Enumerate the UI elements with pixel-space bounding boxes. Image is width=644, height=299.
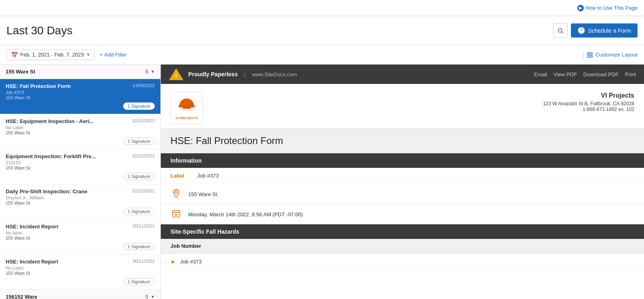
customize-layout-label: Customize Layout xyxy=(596,52,638,58)
item-date: 30/11/2021 xyxy=(133,259,155,263)
item-title: Daily Pre-Shift Inspection: Crane xyxy=(6,188,87,194)
page-title: Last 30 Days xyxy=(6,24,72,37)
list-item[interactable]: HSE: Fall Protection Form 14/03/2022 Job… xyxy=(0,79,160,114)
svg-text:!: ! xyxy=(175,73,177,79)
view-pdf-action[interactable]: View PDF xyxy=(554,71,577,77)
item-title: HSE: Equipment Inspection - Aeri... xyxy=(6,118,94,124)
datetime-value: Monday, March 14th 2022, 8:56 AM (PDT -0… xyxy=(188,211,303,217)
company-address: 123 W Alvarado St B, Fallbrook, CA 92028 xyxy=(543,101,634,107)
chevron-right-icon: ► xyxy=(170,258,176,265)
warning-triangle-icon: ! xyxy=(169,68,183,81)
svg-rect-9 xyxy=(179,105,195,107)
filter-left: 📅 Feb. 1, 2021 - Feb. 7, 2023 ▼ + Add Fi… xyxy=(6,50,127,60)
item-date: 02/12/2021 xyxy=(133,153,155,158)
item-date: 14/03/2022 xyxy=(133,83,155,88)
item-title: HSE: Incident Report xyxy=(6,259,58,265)
header-row: Last 30 Days 🕐 Schedule a Form xyxy=(0,16,644,45)
list-item[interactable]: HSE: Incident Report 30/11/2021 No label… xyxy=(0,220,160,255)
search-button[interactable] xyxy=(553,23,568,38)
location-count: 5 ▼ xyxy=(145,294,155,299)
location-value: 155 Ware St xyxy=(188,191,217,197)
list-item[interactable]: HSE: Equipment Inspection - Aeri... 02/1… xyxy=(0,114,160,149)
layout-icon xyxy=(587,52,593,58)
signature-badge: 1 Signature xyxy=(123,173,155,180)
print-action[interactable]: Print xyxy=(625,71,636,77)
top-bar: ▶ How to Use This Page xyxy=(0,0,644,16)
email-action[interactable]: Email xyxy=(534,71,547,77)
brand-label: Proudly Paperless xyxy=(188,71,238,77)
company-logo: VI PROJECTS xyxy=(170,92,203,124)
signature-badge: 1 Signature xyxy=(123,102,155,110)
svg-rect-10 xyxy=(183,107,191,109)
item-location: 155 Ware St xyxy=(6,201,155,205)
left-panel: 155 Ware St 6 ▼ HSE: Fall Protection For… xyxy=(0,65,161,299)
item-sub: No Label xyxy=(6,125,155,130)
svg-point-12 xyxy=(176,192,177,193)
form-title-section: HSE: Fall Protection Form xyxy=(161,128,644,153)
item-sub: No Label xyxy=(6,266,155,270)
signature-badge: 1 Signature xyxy=(123,138,155,145)
svg-rect-3 xyxy=(590,52,592,54)
item-date: 30/11/2021 xyxy=(133,224,155,228)
how-to-use-link[interactable]: ▶ How to Use This Page xyxy=(577,5,638,11)
calendar-icon: 📅 xyxy=(11,52,18,58)
list-item[interactable]: Equipment Inspection: Forklift Pre... 02… xyxy=(0,149,160,184)
hard-hat-icon xyxy=(177,97,196,115)
schedule-form-button[interactable]: 🕐 Schedule a Form xyxy=(571,23,638,38)
svg-text:26: 26 xyxy=(175,213,178,216)
chevron-icon: ▼ xyxy=(151,69,155,74)
info-row-location: 155 Ware St xyxy=(161,184,644,205)
how-to-use-label: How to Use This Page xyxy=(585,5,638,11)
item-location: 155 Ware St xyxy=(6,95,155,100)
main-content: 155 Ware St 6 ▼ HSE: Fall Protection For… xyxy=(0,65,644,299)
add-filter-button[interactable]: + Add Filter xyxy=(99,52,126,58)
location-header-155-ware-st[interactable]: 155 Ware St 6 ▼ xyxy=(0,65,160,79)
item-sub: Job #373 xyxy=(6,90,155,95)
item-title: HSE: Fall Protection Form xyxy=(6,83,71,89)
item-date: 02/12/2021 xyxy=(133,118,155,123)
date-range-filter[interactable]: 📅 Feb. 1, 2021 - Feb. 7, 2023 ▼ xyxy=(6,50,95,60)
svg-rect-5 xyxy=(590,55,592,57)
calendar-date-icon: 26 xyxy=(170,209,182,219)
location-name: 156152 Ware xyxy=(6,294,37,299)
customize-layout-button[interactable]: Customize Layout xyxy=(587,52,638,58)
item-date: 02/12/2021 xyxy=(133,188,155,193)
pipe-divider: | xyxy=(244,71,245,77)
section-header-fall-hazards: Site-Specific Fall Hazards xyxy=(161,224,644,239)
info-icon: ▶ xyxy=(577,5,584,11)
chevron-down-icon: ▼ xyxy=(86,52,90,57)
subsection-header-job-number: Job Number xyxy=(161,239,644,253)
item-sub: 210123 xyxy=(6,160,155,165)
search-icon xyxy=(557,27,564,34)
svg-rect-2 xyxy=(587,52,589,54)
info-row-label: Label Job #373 xyxy=(161,168,644,184)
download-pdf-action[interactable]: Download PDF xyxy=(583,71,619,77)
location-count: 6 ▼ xyxy=(145,69,155,75)
website-url: www.SiteDocs.com xyxy=(252,71,297,77)
item-title: Equipment Inspection: Forklift Pre... xyxy=(6,153,96,159)
add-filter-label: Add Filter xyxy=(104,52,127,58)
item-title: HSE: Incident Report xyxy=(6,224,58,230)
list-item[interactable]: HSE: Incident Report 30/11/2021 No Label… xyxy=(0,255,160,290)
company-info: VI Projects 123 W Alvarado St B, Fallbro… xyxy=(543,92,634,112)
list-item[interactable]: Daily Pre-Shift Inspection: Crane 02/12/… xyxy=(0,184,160,220)
field-value: Job #373 xyxy=(197,173,219,179)
location-header-156152-ware[interactable]: 156152 Ware 5 ▼ xyxy=(0,290,160,299)
company-name: VI Projects xyxy=(543,92,634,99)
expand-row-job-number[interactable]: ► Job #373 xyxy=(161,253,644,270)
signature-badge: 1 Signature xyxy=(123,278,155,285)
item-sub: Drayton Jr., William xyxy=(6,195,155,200)
plus-icon: + xyxy=(99,52,103,58)
item-location: 155 Ware St xyxy=(6,236,155,240)
section-header-information: Information xyxy=(161,153,644,168)
job-number-value: Job #373 xyxy=(180,259,202,265)
signature-badge: 1 Signature xyxy=(123,243,155,250)
schedule-form-label: Schedule a Form xyxy=(588,27,631,34)
location-icon xyxy=(170,189,182,199)
form-company-section: VI PROJECTS VI Projects 123 W Alvarado S… xyxy=(161,84,644,128)
item-location: 155 Ware St xyxy=(6,165,155,170)
svg-line-1 xyxy=(562,32,563,33)
item-location: 155 Ware St xyxy=(6,271,155,276)
info-row-datetime: 26 Monday, March 14th 2022, 8:56 AM (PDT… xyxy=(161,205,644,224)
form-header-bar: ! Proudly Paperless | www.SiteDocs.com E… xyxy=(161,65,644,84)
